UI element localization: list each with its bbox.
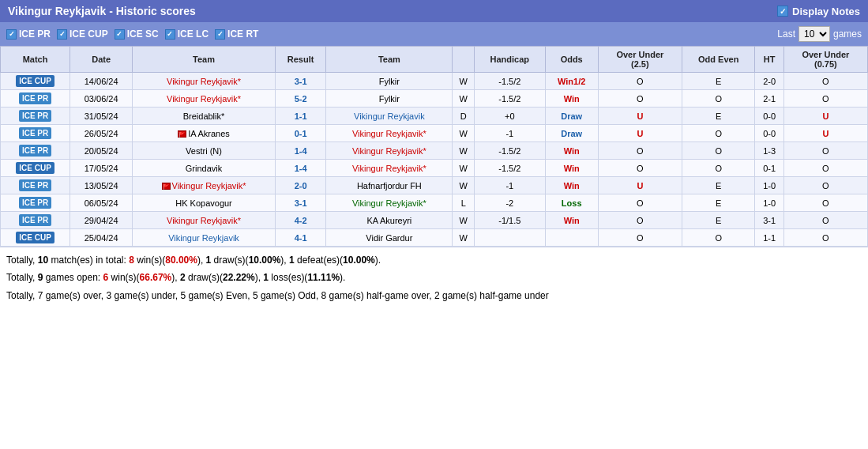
summary-section: Totally, 10 match(es) in total: 8 win(s)… — [0, 247, 868, 310]
cell-team2: Vikingur Reykjavik* — [326, 160, 453, 177]
cell-type: ICE PR — [1, 125, 70, 142]
filter-ice-rt[interactable]: ✓ ICE RT — [215, 28, 258, 40]
match-badge: ICE PR — [19, 110, 51, 122]
cell-odds — [545, 229, 598, 247]
cell-handicap: -1 — [474, 177, 545, 194]
cell-team1: 🚩Vikingur Reykjavik* — [133, 177, 276, 194]
cell-handicap: -2 — [474, 194, 545, 212]
last-label: Last — [777, 28, 795, 40]
cell-ou075: O — [783, 160, 867, 177]
col-oe: Odd Even — [682, 47, 755, 73]
display-notes-label: Display Notes — [792, 6, 860, 17]
cell-outcome: W — [453, 160, 475, 177]
filter-ice-rt-checkbox[interactable]: ✓ — [215, 29, 225, 40]
cell-outcome: W — [453, 90, 475, 108]
cell-ht: 1-0 — [755, 194, 783, 212]
cell-team2: Vikingur Reykjavik* — [326, 194, 453, 212]
cell-odds: Draw — [545, 125, 598, 142]
cell-handicap: -1.5/2 — [474, 73, 545, 90]
cell-handicap: -1.5/2 — [474, 142, 545, 160]
col-outcome — [453, 47, 475, 73]
cell-type: ICE CUP — [1, 160, 70, 177]
cell-odds: Win1/2 — [545, 73, 598, 90]
cell-outcome: D — [453, 108, 475, 125]
display-notes-toggle[interactable]: ✓ Display Notes — [777, 6, 860, 17]
page-title: Vikingur Reykjavik - Historic scores — [8, 5, 196, 17]
cell-oe: O — [682, 229, 755, 247]
cell-oe: O — [682, 90, 755, 108]
cell-ou075: O — [783, 90, 867, 108]
filter-ice-cup[interactable]: ✓ ICE CUP — [57, 28, 108, 40]
cell-oe: O — [682, 125, 755, 142]
col-date: Date — [70, 47, 133, 73]
cell-result: 2-0 — [275, 177, 325, 194]
cell-handicap: -1.5/2 — [474, 160, 545, 177]
cell-ou25: O — [598, 142, 682, 160]
filter-ice-cup-label: ICE CUP — [70, 28, 108, 40]
cell-date: 29/04/24 — [70, 212, 133, 229]
cell-date: 06/05/24 — [70, 194, 133, 212]
cell-result: 3-1 — [275, 194, 325, 212]
table-row: ICE PR 31/05/24 Breidablik* 1-1 Vikingur… — [1, 108, 868, 125]
cell-result: 3-1 — [275, 73, 325, 90]
cell-ht: 2-0 — [755, 73, 783, 90]
cell-ou25: U — [598, 108, 682, 125]
match-badge: ICE PR — [19, 179, 51, 191]
cell-type: ICE CUP — [1, 73, 70, 90]
filter-ice-lc[interactable]: ✓ ICE LC — [165, 28, 209, 40]
cell-ou25: U — [598, 125, 682, 142]
col-team1: Team — [133, 47, 276, 73]
filter-ice-sc[interactable]: ✓ ICE SC — [115, 28, 159, 40]
cell-type: ICE PR — [1, 90, 70, 108]
table-row: ICE CUP 25/04/24 Vikingur Reykjavik 4-1 … — [1, 229, 868, 247]
cell-team2: Fylkir — [326, 90, 453, 108]
cell-ou075: O — [783, 73, 867, 90]
filter-ice-pr-checkbox[interactable]: ✓ — [6, 29, 17, 40]
cell-team1: 🚩IA Akranes — [133, 125, 276, 142]
match-badge: ICE PR — [19, 214, 51, 226]
cell-handicap: -1 — [474, 125, 545, 142]
cell-ou25: U — [598, 177, 682, 194]
match-badge: ICE CUP — [16, 75, 54, 87]
cell-outcome: W — [453, 212, 475, 229]
last-games-select[interactable]: 10 20 30 — [798, 26, 830, 42]
col-match: Match — [1, 47, 70, 73]
cell-result: 1-4 — [275, 142, 325, 160]
cell-odds: Draw — [545, 108, 598, 125]
filter-ice-sc-checkbox[interactable]: ✓ — [115, 29, 125, 40]
cell-outcome: W — [453, 142, 475, 160]
cell-ou25: O — [598, 73, 682, 90]
cell-type: ICE PR — [1, 177, 70, 194]
cell-date: 26/05/24 — [70, 125, 133, 142]
cell-handicap — [474, 229, 545, 247]
cell-type: ICE CUP — [1, 229, 70, 247]
cell-date: 17/05/24 — [70, 160, 133, 177]
cell-type: ICE PR — [1, 142, 70, 160]
filter-ice-pr[interactable]: ✓ ICE PR — [6, 28, 51, 40]
col-ou25: Over Under(2.5) — [598, 47, 682, 73]
cell-team1: Vestri (N) — [133, 142, 276, 160]
cell-outcome: L — [453, 194, 475, 212]
cell-ht: 1-3 — [755, 142, 783, 160]
cell-handicap: +0 — [474, 108, 545, 125]
match-badge: ICE PR — [19, 197, 51, 209]
cell-team2: Vikingur Reykjavik — [326, 108, 453, 125]
filter-ice-cup-checkbox[interactable]: ✓ — [57, 29, 67, 40]
cell-ou25: O — [598, 229, 682, 247]
cell-team2: Fylkir — [326, 73, 453, 90]
filter-ice-sc-label: ICE SC — [127, 28, 159, 40]
cell-ht: 3-1 — [755, 212, 783, 229]
cell-oe: E — [682, 194, 755, 212]
cell-outcome: W — [453, 125, 475, 142]
summary-line2: Totally, 9 games open: 6 win(s)(66.67%),… — [6, 270, 862, 285]
cell-ht: 1-1 — [755, 229, 783, 247]
col-ou075: Over Under(0.75) — [783, 47, 867, 73]
cell-team1: Grindavik — [133, 160, 276, 177]
cell-outcome: W — [453, 229, 475, 247]
cell-outcome: W — [453, 73, 475, 90]
table-row: ICE CUP 17/05/24 Grindavik 1-4 Vikingur … — [1, 160, 868, 177]
filter-ice-lc-checkbox[interactable]: ✓ — [165, 29, 175, 40]
cell-ou075: O — [783, 177, 867, 194]
filter-ice-lc-label: ICE LC — [178, 28, 209, 40]
display-notes-checkbox[interactable]: ✓ — [777, 6, 788, 17]
